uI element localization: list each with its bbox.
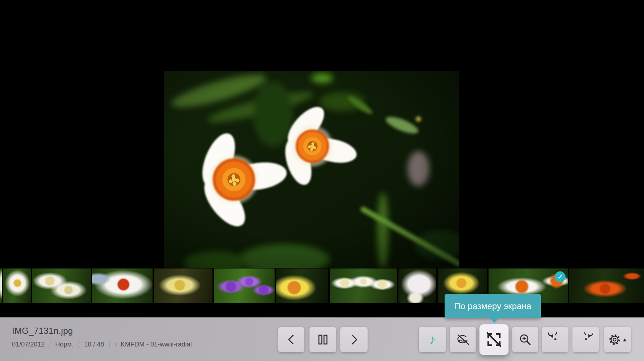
thumb-purple-crocuses[interactable] <box>214 268 275 303</box>
file-info: IMG_7131n.jpg 01/07/2012 Норм. 10 / 48 ♪… <box>12 326 192 348</box>
daffodil-photo-illustration <box>164 71 459 268</box>
next-button[interactable] <box>340 327 368 352</box>
thumb-pale-yellow-daffodil[interactable] <box>154 268 212 303</box>
music-note-icon: ♪ <box>115 341 118 348</box>
thumb-butterfly-flower[interactable] <box>398 268 436 303</box>
thumb-white-daffodil-pair[interactable] <box>32 268 91 303</box>
tooltip-text: По размеру экрана <box>454 301 531 311</box>
previous-button[interactable] <box>278 327 304 352</box>
file-name: IMG_7131n.jpg <box>12 326 192 336</box>
rotate-ccw-button[interactable] <box>542 327 568 352</box>
thumb-yellow-daffodil[interactable] <box>276 268 328 303</box>
rotate-360-disabled-button[interactable]: 360° <box>450 327 476 352</box>
background-music-button[interactable]: ♪ <box>419 327 446 352</box>
bottom-control-bar: IMG_7131n.jpg 01/07/2012 Норм. 10 / 48 ♪… <box>0 317 644 361</box>
display-mode: Норм. <box>55 341 73 348</box>
tv-photo-viewer-screen: ✓ По размеру экрана IMG_7131n.jpg 01/07/… <box>0 0 644 361</box>
thumbnail-filmstrip: ✓ <box>0 268 644 303</box>
thumb-orange-lily[interactable] <box>569 268 644 303</box>
divider <box>109 341 110 348</box>
divider <box>78 341 80 348</box>
selected-check-badge: ✓ <box>555 271 566 282</box>
zoom-in-button[interactable] <box>512 327 538 352</box>
thumb-white-daffodil-trio[interactable] <box>330 268 397 303</box>
thumb-daffodil-red-cup[interactable] <box>92 268 153 303</box>
pause-button[interactable] <box>309 327 336 352</box>
main-photo <box>164 71 459 268</box>
file-details: 01/07/2012 Норм. 10 / 48 ♪ KMFDM - 01-ww… <box>12 341 192 348</box>
fit-to-screen-button[interactable] <box>479 324 509 355</box>
fit-to-screen-tooltip: По размеру экрана <box>445 294 541 318</box>
divider <box>49 341 50 348</box>
tooltip-arrow <box>490 318 499 323</box>
music-track: KMFDM - 01-wwiii-radial <box>121 341 192 348</box>
photo-date: 01/07/2012 <box>12 341 45 348</box>
rotate-cw-button[interactable] <box>572 327 599 352</box>
thumb-white-daffodil[interactable] <box>3 268 31 303</box>
thumb-edge-sliver[interactable] <box>0 268 2 303</box>
photo-position: 10 / 48 <box>84 341 104 348</box>
settings-button[interactable] <box>604 327 631 352</box>
